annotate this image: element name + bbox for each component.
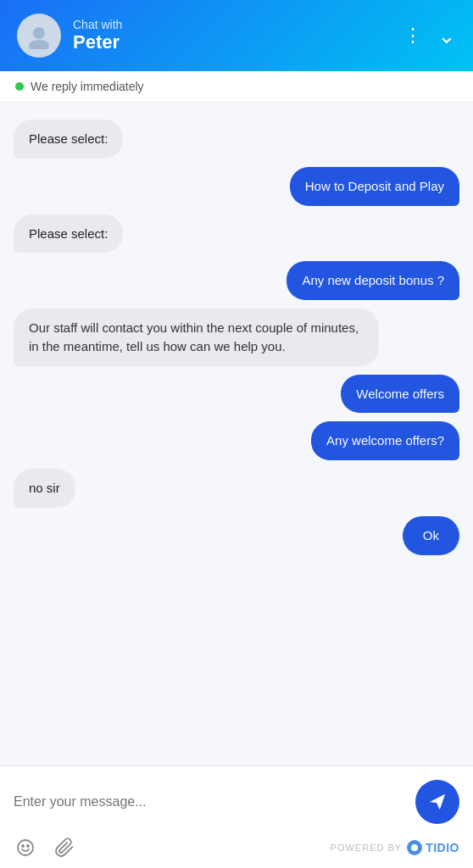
svg-point-0 bbox=[33, 27, 45, 39]
powered-by: POWERED BY TIDIO bbox=[331, 840, 459, 855]
message-row: How to Deposit and Play bbox=[14, 167, 459, 206]
svg-point-2 bbox=[18, 840, 33, 855]
tidio-logo-dot bbox=[407, 840, 422, 855]
bot-message: Please select: bbox=[14, 214, 123, 253]
svg-point-1 bbox=[29, 40, 49, 49]
bot-message: Our staff will contact you within the ne… bbox=[14, 309, 379, 366]
message-row: Our staff will contact you within the ne… bbox=[14, 309, 459, 366]
input-row bbox=[14, 780, 459, 824]
bottom-icons bbox=[14, 836, 76, 860]
chat-header: Chat with Peter ⋮ ⌄ bbox=[0, 0, 473, 71]
input-area: POWERED BY TIDIO bbox=[0, 765, 473, 868]
avatar bbox=[17, 14, 61, 58]
bottom-bar: POWERED BY TIDIO bbox=[14, 836, 459, 860]
user-message: Ok bbox=[403, 516, 459, 555]
bot-message: no sir bbox=[14, 469, 75, 508]
agent-name: Peter bbox=[73, 31, 403, 53]
minimize-icon[interactable]: ⌄ bbox=[437, 25, 456, 47]
attachment-icon[interactable] bbox=[53, 836, 76, 860]
online-status-dot bbox=[15, 82, 24, 91]
message-row: Please select: bbox=[14, 214, 459, 253]
message-row: Any new deposit bonus ? bbox=[14, 261, 459, 300]
message-row: Any welcome offers? bbox=[14, 421, 459, 460]
svg-point-5 bbox=[411, 844, 418, 851]
message-input[interactable] bbox=[14, 794, 407, 810]
bot-message: Please select: bbox=[14, 120, 123, 159]
user-message: Any welcome offers? bbox=[311, 421, 459, 460]
message-row: no sir bbox=[14, 469, 459, 508]
svg-point-4 bbox=[27, 845, 29, 847]
powered-by-label: POWERED BY bbox=[331, 843, 403, 853]
user-message: Welcome offers bbox=[341, 375, 459, 414]
user-message: Any new deposit bonus ? bbox=[287, 261, 459, 300]
status-text: We reply immediately bbox=[31, 80, 144, 93]
svg-point-3 bbox=[22, 845, 24, 847]
messages-area: Please select: How to Deposit and Play P… bbox=[0, 103, 473, 765]
message-row: Please select: bbox=[14, 120, 459, 159]
message-row: Welcome offers bbox=[14, 375, 459, 414]
chat-with-label: Chat with bbox=[73, 18, 403, 31]
send-button[interactable] bbox=[415, 780, 459, 824]
message-row: Ok bbox=[14, 516, 459, 555]
user-message: How to Deposit and Play bbox=[290, 167, 459, 206]
more-options-icon[interactable]: ⋮ bbox=[403, 26, 422, 45]
tidio-logo: TIDIO bbox=[407, 840, 459, 855]
status-bar: We reply immediately bbox=[0, 71, 473, 103]
tidio-brand-name: TIDIO bbox=[426, 841, 459, 854]
emoji-icon[interactable] bbox=[14, 836, 37, 860]
header-actions: ⋮ ⌄ bbox=[403, 25, 456, 47]
header-text: Chat with Peter bbox=[73, 18, 403, 53]
